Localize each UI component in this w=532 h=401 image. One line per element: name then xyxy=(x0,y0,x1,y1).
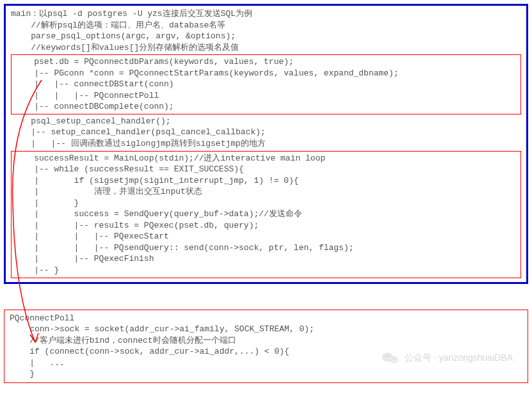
code-line: if (connect(conn->sock, addr_cur->ai_add… xyxy=(10,346,522,358)
code-line: } xyxy=(10,368,522,380)
code-line: | ... xyxy=(10,358,522,369)
code-line: |-- connectDBComplete(conn); xyxy=(14,101,518,113)
code-line: | |-- results = PQexec(pset.db, query); xyxy=(14,220,518,232)
code-line: psql_setup_cancel_handler(); xyxy=(11,116,521,127)
code-line: pset.db = PQconnectdbParams(keywords, va… xyxy=(14,56,518,68)
code-line: | | |-- PQconnectPoll xyxy=(14,90,518,102)
code-line: parse_psql_options(argc, argv, &options)… xyxy=(11,31,521,42)
mainloop-block: successResult = MainLoop(stdin);//进入inte… xyxy=(11,151,521,278)
code-line: | |-- 回调函数通过siglongjmp跳转到sigsetjmp的地方 xyxy=(11,138,521,150)
code-line: | |-- connectDBStart(conn) xyxy=(14,79,518,90)
code-line: successResult = MainLoop(stdin);//进入inte… xyxy=(14,153,518,164)
code-line: //客户端未进行bind，connect时会随机分配一个端口 xyxy=(10,335,522,347)
code-line: //解析psql的选项：端口、用户名、database名等 xyxy=(11,20,521,31)
code-line: |-- } xyxy=(14,265,518,276)
code-line: |-- while (successResult == EXIT_SUCCESS… xyxy=(14,164,518,175)
code-line: | 清理，并退出交互input状态 xyxy=(14,186,518,198)
code-line: conn->sock = socket(addr_cur->ai_family,… xyxy=(10,324,522,335)
code-line: main：以psql -d postgres -U yzs连接后交互发送SQL为… xyxy=(11,8,521,20)
code-line: | success = SendQuery(query_buf->data);/… xyxy=(14,208,518,220)
code-line: | | |-- PQsendQuery:: send(conn->sock, p… xyxy=(14,242,518,254)
code-line: | |-- PQexecFinish xyxy=(14,253,518,265)
code-line: PQconnectPoll xyxy=(10,313,522,324)
pqconnect-block: pset.db = PQconnectdbParams(keywords, va… xyxy=(11,54,521,114)
pqconnectpoll-block: PQconnectPoll conn->sock = socket(addr_c… xyxy=(4,310,528,383)
code-line: | if (sigsetjmp(sigint_interrupt_jmp, 1)… xyxy=(14,175,518,187)
code-line: | | |-- PQexecStart xyxy=(14,231,518,242)
code-line: |-- PGconn *conn = PQconnectStartParams(… xyxy=(14,68,518,79)
main-code-block: main：以psql -d postgres -U yzs连接后交互发送SQL为… xyxy=(4,4,528,284)
code-line: | } xyxy=(14,198,518,209)
code-line: //keywords[]和values[]分别存储解析的选项名及值 xyxy=(11,42,521,54)
code-line: |-- setup_cancel_handler(psql_cancel_cal… xyxy=(11,127,521,138)
